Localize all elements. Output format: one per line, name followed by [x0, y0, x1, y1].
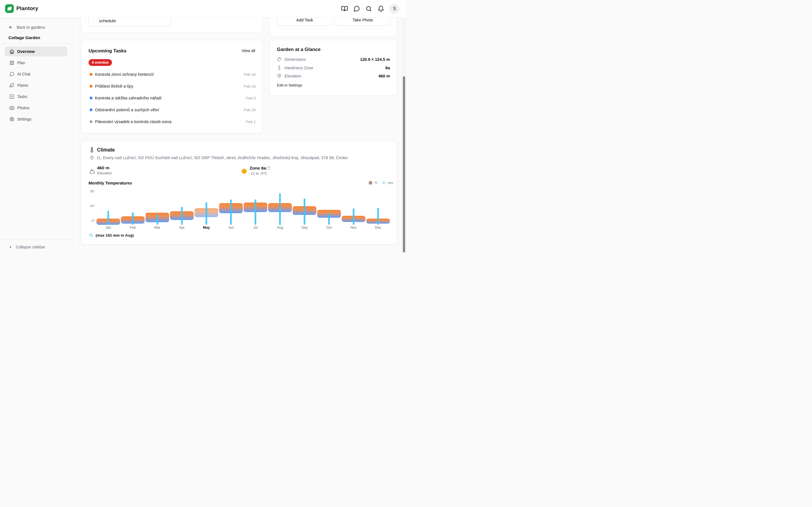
- task-title: Odstranění polomů a suchých větví: [95, 108, 159, 112]
- back-to-gardens-button[interactable]: Back to gardens: [8, 25, 45, 30]
- task-title: Plánování výsadeb a kontrola zásob osiva: [95, 119, 171, 124]
- month-label-jun: Jun: [222, 226, 239, 230]
- precip-line-jul[interactable]: [255, 200, 256, 225]
- avatar[interactable]: S: [389, 4, 400, 14]
- task-title: Kontrola a údržba zahradního nářadí: [95, 96, 161, 100]
- sidebar-item-settings[interactable]: Settings: [4, 114, 67, 124]
- precip-line-feb[interactable]: [132, 212, 134, 225]
- map-pin-icon: [277, 73, 282, 78]
- y-axis-tick: -2°: [81, 219, 95, 223]
- glance-value: 460 m: [378, 74, 390, 78]
- top-bar: Plantory S: [0, 0, 406, 18]
- sidebar-item-label: Plants: [17, 83, 28, 88]
- task-row[interactable]: Odstranění polomů a suchých větvíFeb 20: [81, 106, 263, 114]
- task-status-dot: [90, 85, 93, 88]
- month-label-jul: Jul: [247, 226, 264, 230]
- precip-line-mar[interactable]: [156, 214, 158, 225]
- sidebar-item-label: Tasks: [17, 94, 28, 99]
- task-date: Feb 20: [244, 108, 256, 112]
- task-title: Průklest třešně a lípy: [95, 84, 133, 89]
- collapse-label: Collapse sidebar: [16, 245, 45, 249]
- precip-line-dec[interactable]: [377, 208, 379, 225]
- month-label-may: May: [198, 226, 215, 230]
- book-open-icon[interactable]: [341, 5, 348, 12]
- month-label-oct: Oct: [320, 226, 338, 230]
- glance-label: Hardiness Zone: [285, 66, 313, 70]
- chevron-left-icon: [8, 245, 12, 249]
- precip-line-sep[interactable]: [304, 199, 305, 225]
- ruler-icon: [277, 57, 282, 62]
- glance-row-elevation: Elevation460 m: [269, 73, 397, 79]
- leaf-logo-icon: [7, 6, 12, 11]
- take-photo-label: Take Photo: [335, 18, 390, 22]
- month-label-jan: Jan: [100, 226, 117, 230]
- precip-line-aug[interactable]: [279, 193, 281, 225]
- task-status-dot: [90, 97, 93, 100]
- collapse-sidebar-row: Collapse sidebar: [0, 239, 72, 253]
- precip-line-apr[interactable]: [181, 207, 183, 225]
- sidebar-item-overview[interactable]: Overview: [4, 47, 67, 56]
- month-label-nov: Nov: [345, 226, 362, 230]
- month-label-sep: Sep: [296, 226, 313, 230]
- precip-line-nov[interactable]: [353, 209, 354, 225]
- sidebar-item-plants[interactable]: Plants: [4, 80, 67, 90]
- view-all-link[interactable]: View all: [242, 48, 255, 53]
- task-date: Feb 10: [244, 72, 256, 76]
- sidebar-item-photos[interactable]: Photos: [4, 103, 67, 113]
- task-date: Feb 5: [246, 96, 256, 100]
- month-label-dec: Dec: [370, 226, 387, 230]
- precip-line-jan[interactable]: [107, 211, 109, 225]
- task-row[interactable]: Kontrola a údržba zahradního nářadíFeb 5: [81, 94, 263, 102]
- camera-icon: [9, 105, 14, 110]
- glance-value: 120.9 × 124.5 m: [360, 57, 390, 62]
- precip-line-may[interactable]: [206, 202, 207, 225]
- add-task-label: Add Task: [277, 18, 333, 22]
- month-label-feb: Feb: [124, 226, 141, 230]
- bell-icon[interactable]: [377, 5, 384, 12]
- droplets-icon: [89, 233, 93, 237]
- schedule-label: schedule: [99, 18, 116, 23]
- sidebar: Back to gardens Cottage Garden OverviewP…: [0, 17, 72, 253]
- task-status-dot: [90, 108, 93, 111]
- garden-name: Cottage Garden: [8, 35, 40, 40]
- search-icon[interactable]: [365, 5, 372, 12]
- month-label-mar: Mar: [149, 226, 166, 230]
- task-title: Kontrola zimní ochrany hortenzií: [95, 72, 154, 76]
- precip-note: Avg. precipitation: 62 mm/month (max 102…: [96, 233, 134, 237]
- precip-line-oct[interactable]: [328, 213, 330, 225]
- task-row[interactable]: Kontrola zimní ochrany hortenziíFeb 10: [81, 70, 263, 78]
- scrollbar-thumb[interactable]: [403, 76, 405, 252]
- message-circle-icon[interactable]: [353, 5, 360, 12]
- climate-card: Climate 11, Dvory nad Lužnicí, SO POÚ Su…: [81, 141, 397, 244]
- avatar-initial: S: [393, 6, 396, 11]
- upcoming-tasks-title: Upcoming Tasks: [89, 48, 126, 54]
- back-label: Back to gardens: [17, 25, 45, 30]
- sidebar-item-label: Settings: [17, 117, 32, 121]
- month-label-apr: Apr: [173, 226, 190, 230]
- task-date: Feb 15: [244, 84, 256, 89]
- sidebar-item-ai-chat[interactable]: AI Chat: [4, 69, 67, 79]
- message-circle-icon: [9, 71, 14, 76]
- edit-in-settings-link[interactable]: Edit in Settings: [277, 83, 302, 87]
- precip-note-strong: (max 102 mm in Aug): [96, 233, 134, 237]
- arrow-left-icon: [8, 25, 13, 30]
- map-icon: [9, 60, 14, 65]
- glance-row-dimensions: Dimensions120.9 × 124.5 m: [269, 56, 397, 62]
- task-status-dot: [90, 73, 93, 76]
- scrollbar-track[interactable]: [402, 17, 406, 253]
- task-row[interactable]: Průklest třešně a lípyFeb 15: [81, 82, 263, 91]
- sidebar-item-plan[interactable]: Plan: [4, 58, 67, 68]
- y-axis-tick: 30°: [81, 189, 95, 193]
- task-date: Feb 1: [246, 120, 256, 124]
- task-row[interactable]: Plánování výsadeb a kontrola zásob osiva…: [81, 117, 263, 126]
- glance-value: 8a: [386, 66, 390, 70]
- sidebar-item-tasks[interactable]: Tasks: [4, 92, 67, 101]
- monthly-temps-chart: 30°14°-2°JanFebMarAprMayJunJulAugSepOctN…: [81, 141, 397, 245]
- check-square-icon: [9, 94, 14, 99]
- collapse-sidebar-button[interactable]: Collapse sidebar: [8, 245, 45, 249]
- sidebar-item-label: AI Chat: [17, 72, 31, 76]
- sidebar-divider: [2, 44, 69, 44]
- precip-line-jun[interactable]: [230, 200, 232, 225]
- glance-label: Elevation: [285, 74, 301, 78]
- garden-glance-card: Garden at a Glance Dimensions120.9 × 124…: [269, 40, 397, 96]
